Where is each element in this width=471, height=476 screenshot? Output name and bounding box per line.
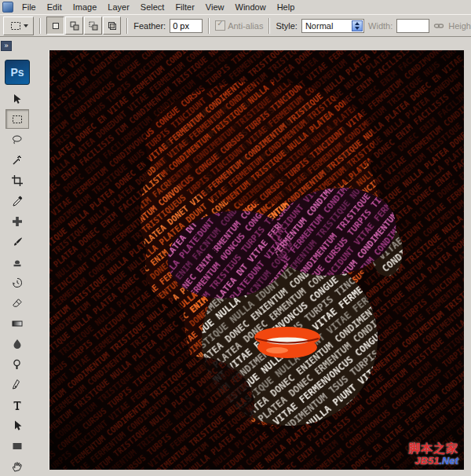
brush-icon	[11, 236, 24, 248]
intersect-with-selection-button[interactable]	[103, 16, 121, 35]
tool-clone-stamp-button[interactable]	[5, 252, 29, 272]
watermark-site: JB51.Net	[408, 456, 458, 467]
link-dimensions-icon[interactable]	[433, 20, 444, 31]
tool-pen-button[interactable]	[5, 375, 29, 394]
rectangle-icon	[11, 440, 24, 452]
history-brush-icon	[11, 276, 24, 289]
tool-marquee-button[interactable]	[5, 109, 29, 129]
menu-edit[interactable]: Edit	[42, 1, 68, 13]
width-input[interactable]	[396, 19, 429, 33]
watermark-chinese: 脚本之家	[408, 442, 458, 456]
hand-icon	[11, 460, 24, 473]
tool-brush-button[interactable]	[5, 232, 29, 251]
style-selected-value: Normal	[305, 21, 333, 31]
tool-hand-button[interactable]	[5, 456, 29, 476]
tool-history-brush-button[interactable]	[5, 273, 29, 292]
menu-items: FileEditImageLayerSelectFilterViewWindow…	[16, 0, 300, 14]
subtract-from-selection-icon	[87, 20, 100, 32]
menu-bar: FileEditImageLayerSelectFilterViewWindow…	[0, 0, 471, 14]
width-label: Width:	[368, 21, 392, 31]
tool-quick-select-button[interactable]	[5, 150, 29, 170]
checkbox-icon	[215, 20, 225, 31]
options-bar: Feather: Anti-alias Style: Normal Width:…	[0, 14, 471, 37]
anti-alias-checkbox[interactable]: Anti-alias	[215, 20, 263, 31]
eyedropper-icon	[11, 195, 24, 207]
menu-layer[interactable]: Layer	[102, 1, 135, 13]
healing-icon	[11, 215, 24, 228]
quick-select-icon	[11, 154, 24, 167]
tool-eraser-button[interactable]	[5, 293, 29, 313]
lasso-icon	[11, 134, 24, 146]
canvas-area[interactable]: VONCUS CONGUE CURSUS TURPIS TINCIDUNT VI…	[49, 50, 464, 470]
tool-move-button[interactable]	[5, 89, 29, 108]
new-selection-icon	[49, 20, 62, 32]
tool-gradient-button[interactable]	[5, 313, 29, 333]
tool-path-selection-button[interactable]	[5, 416, 29, 435]
tool-blur-button[interactable]	[5, 334, 29, 353]
tool-rectangle-button[interactable]	[5, 436, 29, 456]
photoshop-app-icon	[2, 2, 13, 13]
selection-mode-group	[46, 16, 121, 35]
tool-eyedropper-button[interactable]	[5, 191, 29, 211]
separator	[268, 18, 270, 34]
add-to-selection-button[interactable]	[65, 16, 83, 35]
separator	[208, 18, 210, 34]
blur-icon	[11, 338, 24, 350]
subtract-from-selection-button[interactable]	[84, 16, 102, 35]
crop-icon	[11, 174, 24, 187]
menu-select[interactable]: Select	[135, 1, 170, 13]
chevron-down-icon	[24, 24, 28, 27]
menu-file[interactable]: File	[16, 1, 42, 13]
menu-help[interactable]: Help	[272, 1, 301, 13]
tool-dodge-button[interactable]	[5, 354, 29, 374]
new-selection-button[interactable]	[46, 16, 64, 35]
gradient-icon	[11, 317, 24, 330]
spinner-arrows-icon[interactable]	[352, 20, 363, 31]
menu-filter[interactable]: Filter	[170, 1, 199, 13]
dodge-icon	[11, 358, 24, 371]
separator	[126, 18, 128, 34]
tool-type-button[interactable]	[5, 395, 29, 415]
menu-view[interactable]: View	[200, 1, 230, 13]
type-icon	[11, 399, 24, 412]
dock-collapse-button[interactable]: »	[1, 41, 12, 51]
move-icon	[11, 93, 24, 105]
marquee-icon	[11, 113, 24, 126]
photoshop-logo: Ps	[5, 60, 30, 85]
style-select[interactable]: Normal	[301, 19, 364, 33]
rectangular-marquee-icon	[9, 20, 22, 32]
typographic-portrait-svg: VONCUS CONGUE CURSUS TURPIS TINCIDUNT VI…	[49, 50, 464, 470]
pen-icon	[11, 379, 24, 391]
style-label: Style:	[276, 21, 298, 31]
feather-input[interactable]	[170, 19, 203, 33]
separator	[39, 18, 41, 34]
tool-palette	[5, 89, 29, 476]
path-selection-icon	[11, 419, 24, 432]
clone-stamp-icon	[11, 256, 24, 269]
tool-crop-button[interactable]	[5, 170, 29, 190]
tool-healing-button[interactable]	[5, 211, 29, 231]
tool-preset-button[interactable]	[3, 16, 34, 35]
menu-window[interactable]: Window	[230, 1, 272, 13]
height-label: Heigh	[448, 21, 471, 31]
intersect-with-selection-icon	[106, 20, 119, 32]
canvas-image: VONCUS CONGUE CURSUS TURPIS TINCIDUNT VI…	[49, 50, 464, 470]
anti-alias-label: Anti-alias	[228, 21, 263, 31]
tool-lasso-button[interactable]	[5, 130, 29, 149]
feather-label: Feather:	[133, 21, 166, 31]
watermark: 脚本之家 JB51.Net	[408, 442, 458, 467]
add-to-selection-icon	[68, 20, 81, 32]
eraser-icon	[11, 297, 24, 309]
menu-image[interactable]: Image	[68, 1, 103, 13]
